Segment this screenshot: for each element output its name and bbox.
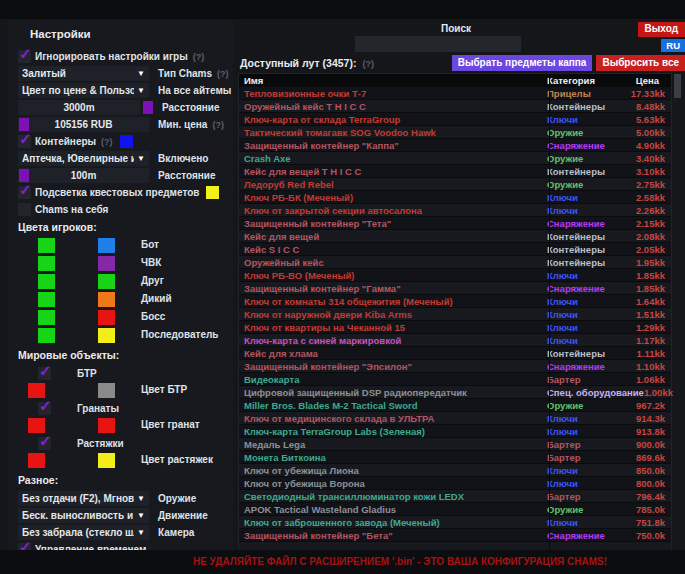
column-header-price[interactable]: Цена: [607, 75, 671, 86]
color-swatch[interactable]: [98, 238, 115, 253]
help-icon: (?): [212, 120, 224, 130]
table-row[interactable]: Ключ-карта с синей маркировкойКлючи1.17k…: [239, 334, 671, 347]
table-row[interactable]: Ключ от закрытой секции автосалонаКлючи2…: [239, 204, 671, 217]
color-swatch[interactable]: [98, 274, 115, 289]
item-name: Кейс для вещей: [239, 231, 547, 242]
search-input[interactable]: [355, 36, 521, 52]
text-input[interactable]: 3000m: [18, 100, 140, 115]
table-row[interactable]: Защищенный контейнер "Эпсилон"Снаряжение…: [239, 360, 671, 373]
color-swatch[interactable]: [98, 292, 115, 307]
color-swatch[interactable]: [38, 292, 55, 307]
table-row[interactable]: Ключ от убежища ВоронаКлючи800.0k: [239, 477, 671, 490]
exit-button[interactable]: Выход: [638, 22, 685, 37]
color-swatch[interactable]: [98, 418, 115, 433]
table-row[interactable]: Защищенный контейнер "Тета"Снаряжение2.1…: [239, 217, 671, 230]
table-row[interactable]: Тактический томагавк SOG Voodoo HawkОруж…: [239, 126, 671, 139]
dropdown-label: На все айтемы: [158, 85, 231, 96]
dropdown[interactable]: Без забрала (стекло шлема)▼: [18, 525, 149, 540]
checkbox-row: ✓Подсветка квестовых предметов: [18, 185, 233, 200]
table-row[interactable]: Ключ от медицинского склада в УЛЬТРАКлюч…: [239, 412, 671, 425]
color-swatch[interactable]: [98, 383, 115, 398]
table-row[interactable]: APOK Tactical Wasteland GladiusОружие785…: [239, 503, 671, 516]
color-swatch[interactable]: [98, 328, 115, 343]
column-header-category[interactable]: Категория: [547, 75, 607, 86]
checkbox[interactable]: ✓: [18, 186, 31, 199]
table-row[interactable]: Кейс для вещей T H I C CКонтейнеры3.10kk: [239, 165, 671, 178]
dropdown[interactable]: Беск. выносливость и нет уста▼: [18, 508, 149, 523]
color-swatch[interactable]: [38, 274, 55, 289]
table-row[interactable]: Кейс для вещейКонтейнеры2.08kk: [239, 230, 671, 243]
table-row[interactable]: Ключ от наружной двери Kiba ArmsКлючи1.5…: [239, 308, 671, 321]
dropdown[interactable]: Аптечка, Ювелирные и...▼: [18, 151, 149, 166]
dropdown-value: Залитый: [22, 68, 66, 79]
color-swatch[interactable]: [28, 418, 45, 433]
table-row[interactable]: Ключ-карта от склада TerraGroupКлючи5.63…: [239, 113, 671, 126]
table-scrollbar[interactable]: [674, 73, 681, 554]
table-row[interactable]: Ключ РБ-БК (Меченый)Ключи2.58kk: [239, 191, 671, 204]
table-row[interactable]: Защищенный контейнер "Гамма"Снаряжение1.…: [239, 282, 671, 295]
table-row[interactable]: Ключ от заброшенного завода (Меченый)Клю…: [239, 516, 671, 529]
table-row[interactable]: Цифровой защищенный DSP радиопередатчикС…: [239, 386, 671, 399]
input-row: 3000mРасстояние: [18, 100, 233, 115]
table-row[interactable]: Оружейный кейс T H I C CКонтейнеры8.48kk: [239, 100, 671, 113]
color-swatch[interactable]: [120, 135, 133, 148]
checkbox[interactable]: ✓: [38, 402, 51, 415]
column-header-name[interactable]: Имя: [239, 75, 547, 86]
table-row[interactable]: Кейс для хламаКонтейнеры1.11kk: [239, 347, 671, 360]
table-row[interactable]: Защищенный контейнер "Каппа"Снаряжение4.…: [239, 139, 671, 152]
dropdown[interactable]: Без отдачи (F2), Мгновенное п▼: [18, 491, 149, 506]
item-price: 2.15kk: [607, 218, 671, 229]
checkbox[interactable]: ✓: [38, 437, 51, 450]
dropdown[interactable]: Цвет по цене & Пользователь▼: [18, 83, 149, 98]
color-swatch[interactable]: [98, 310, 115, 325]
table-row[interactable]: Ледоруб Red RebelОружие2.75kk: [239, 178, 671, 191]
checkbox-label: Растяжки: [77, 438, 124, 449]
color-pair-row: ЧВК: [18, 256, 233, 273]
table-row[interactable]: Ключ от квартиры на Чеканной 15Ключи1.29…: [239, 321, 671, 334]
table-row[interactable]: ВидеокартаБартер1.06kk: [239, 373, 671, 386]
color-swatch[interactable]: [38, 256, 55, 271]
loot-table: Имя Категория Цена Тепловизионные очки Т…: [238, 73, 672, 556]
table-row[interactable]: Ключ от убежища ЛионаКлючи850.0k: [239, 464, 671, 477]
color-swatch[interactable]: [98, 453, 115, 468]
checkbox[interactable]: ✓: [18, 135, 31, 148]
language-button[interactable]: RU: [661, 39, 685, 52]
item-price: 8.48kk: [607, 101, 671, 112]
text-input[interactable]: 100m: [18, 168, 149, 183]
checkbox[interactable]: ✓: [18, 50, 31, 63]
item-category: Ключи: [547, 465, 607, 476]
checkbox[interactable]: [18, 203, 31, 216]
color-swatch[interactable]: [38, 238, 55, 253]
color-swatch[interactable]: [98, 256, 115, 271]
table-row[interactable]: Crash AxeОружие3.40kk: [239, 152, 671, 165]
color-swatch[interactable]: [28, 383, 45, 398]
checkbox[interactable]: ✓: [38, 367, 51, 380]
color-swatch[interactable]: [38, 310, 55, 325]
scrollbar-thumb[interactable]: [674, 74, 681, 98]
table-row[interactable]: Кейс S I C CКонтейнеры2.05kk: [239, 243, 671, 256]
checkbox-label: БТР: [77, 368, 97, 379]
table-row[interactable]: Ключ-карта TerraGroup Labs (Зеленая)Ключ…: [239, 425, 671, 438]
color-swatch[interactable]: [38, 328, 55, 343]
color-swatch[interactable]: [143, 101, 153, 114]
text-input[interactable]: 105156 RUB: [18, 117, 149, 132]
table-row[interactable]: Ключ РБ-ВО (Меченый)Ключи1.85kk: [239, 269, 671, 282]
select-kappa-items-button[interactable]: Выбрать предметы каппа: [452, 55, 593, 71]
table-row[interactable]: Светодиодный трансиллюминатор кожи LEDXБ…: [239, 490, 671, 503]
table-row[interactable]: Ключ от комнаты 314 общежития (Меченый)К…: [239, 295, 671, 308]
table-row[interactable]: Оружейный кейсКонтейнеры1.95kk: [239, 256, 671, 269]
table-row[interactable]: Монета БиткоинаБартер869.6k: [239, 451, 671, 464]
table-row[interactable]: Защищенный контейнер "Бета"Снаряжение750…: [239, 529, 671, 542]
input-row: 100mРасстояние: [18, 168, 233, 183]
dropdown[interactable]: Залитый▼: [18, 66, 149, 81]
color-swatch[interactable]: [206, 186, 219, 199]
table-row[interactable]: Miller Bros. Blades M-2 Tactical SwordОр…: [239, 399, 671, 412]
table-row[interactable]: Тепловизионные очки Т-7Прицелы17.33kk: [239, 87, 671, 100]
item-price: 5.63kk: [607, 114, 671, 125]
item-name: Кейс S I C C: [239, 244, 547, 255]
table-row[interactable]: Медаль LegaБартер900.0k: [239, 438, 671, 451]
discard-all-button[interactable]: Выбросить все: [596, 55, 685, 71]
item-category: Снаряжение: [547, 530, 607, 541]
color-swatch[interactable]: [28, 453, 45, 468]
item-name: Ключ от заброшенного завода (Меченый): [239, 517, 547, 528]
